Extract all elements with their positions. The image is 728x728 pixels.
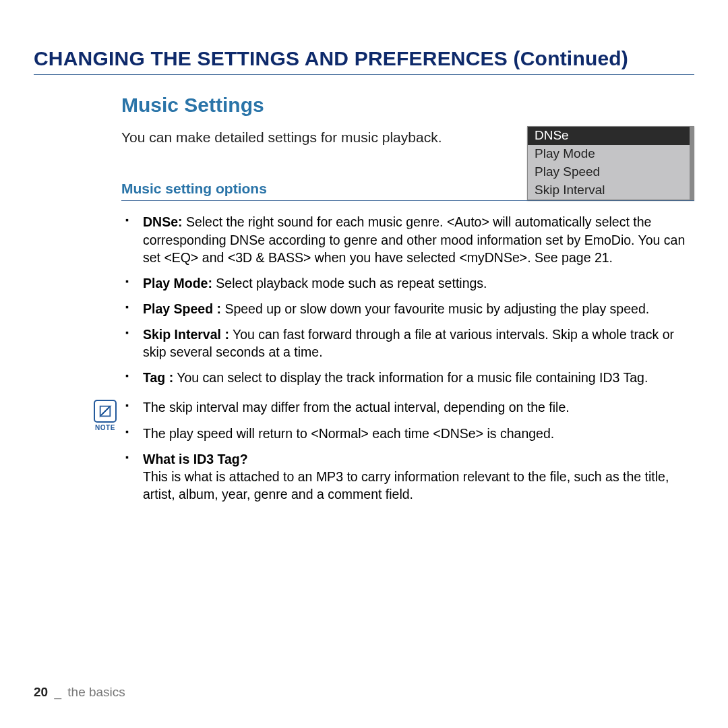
- music-settings-menu: DNSe Play Mode Play Speed Skip Interval: [527, 126, 694, 200]
- option-text: Select the right sound for each music ge…: [143, 214, 685, 264]
- option-play-speed: Play Speed : Speed up or slow down your …: [140, 300, 694, 317]
- note-icon-column: NOTE: [89, 398, 121, 511]
- option-label: Skip Interval :: [143, 327, 229, 342]
- note-play-speed: The play speed will return to <Normal> e…: [140, 425, 694, 442]
- option-dnse: DNSe: Select the right sound for each mu…: [140, 213, 694, 266]
- note-skip-interval: The skip interval may differ from the ac…: [140, 398, 694, 416]
- notes-list: The skip interval may differ from the ac…: [121, 398, 694, 511]
- note-text: The play speed will return to <Normal> e…: [143, 426, 554, 441]
- option-play-mode: Play Mode: Select playback mode such as …: [140, 274, 694, 292]
- section-heading: Music Settings: [121, 94, 694, 117]
- option-text: You can select to display the track info…: [173, 370, 648, 385]
- menu-item-play-mode: Play Mode: [528, 145, 694, 163]
- page-title: CHANGING THE SETTINGS AND PREFERENCES (C…: [34, 47, 694, 75]
- footer-section: the basics: [67, 685, 125, 699]
- note-bold: What is ID3 Tag?: [143, 452, 248, 466]
- options-list: DNSe: Select the right sound for each mu…: [121, 213, 694, 386]
- option-label: Tag :: [143, 370, 173, 385]
- note-icon: [94, 400, 117, 423]
- footer-separator: _: [51, 685, 64, 699]
- page-number: 20: [34, 685, 48, 699]
- note-text: This is what is attached to an MP3 to ca…: [143, 469, 669, 502]
- option-text: Select playback mode such as repeat sett…: [212, 276, 487, 291]
- option-skip-interval: Skip Interval : You can fast forward thr…: [140, 326, 694, 361]
- option-text: Speed up or slow down your favourite mus…: [221, 301, 649, 316]
- menu-item-dnse: DNSe: [528, 127, 694, 145]
- menu-item-skip-interval: Skip Interval: [528, 181, 694, 200]
- svg-line-0: [102, 408, 109, 415]
- intro-text: You can make detailed settings for music…: [121, 129, 442, 145]
- note-text: The skip interval may differ from the ac…: [143, 400, 570, 415]
- note-label: NOTE: [89, 424, 121, 431]
- option-label: Play Mode:: [143, 276, 212, 291]
- note-id3: What is ID3 Tag?This is what is attached…: [140, 450, 694, 503]
- menu-item-play-speed: Play Speed: [528, 163, 694, 181]
- page-footer: 20 _ the basics: [34, 685, 125, 700]
- option-label: Play Speed :: [143, 301, 221, 316]
- option-label: DNSe:: [143, 214, 183, 229]
- option-tag: Tag : You can select to display the trac…: [140, 369, 694, 386]
